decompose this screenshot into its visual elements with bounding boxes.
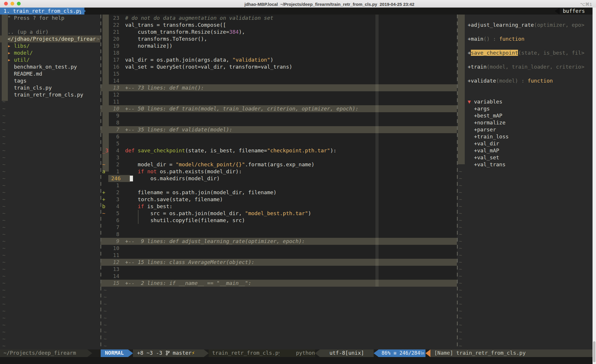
fold-line[interactable]: 13+-- 73 lines: def main(): (100, 84, 457, 91)
editor-line[interactable]: 14 (100, 273, 457, 280)
minimize-traffic-light-icon[interactable] (10, 2, 14, 6)
nerdtree-item[interactable]: .. (up a dir) (0, 28, 100, 35)
tagbar-tag[interactable]: +val_dir (457, 140, 593, 147)
tagbar-tag[interactable]: +val_trans (457, 161, 593, 168)
empty-line: ~ (0, 315, 100, 322)
tagbar-tag[interactable]: +validate(model) : function (457, 77, 593, 84)
editor-line[interactable]: 16val_set = QuerySet(root=val_dir, trans… (100, 63, 457, 70)
git-hunks: +8 ~3 -3 (137, 350, 166, 356)
tagbar-tag[interactable]: +train_loss (457, 133, 593, 140)
text-segment: ~ (2, 315, 6, 321)
command-line (0, 357, 596, 364)
editor-line[interactable]: 9 (100, 112, 457, 119)
editor-line[interactable]: 246 os.makedirs(model_dir) (100, 175, 457, 182)
editor-line[interactable]: 14 (100, 77, 457, 84)
tagbar-tag[interactable]: +val_set (457, 154, 593, 161)
fold-line[interactable]: 7+-- 35 lines: def validate(model): (100, 126, 457, 133)
editor-line[interactable]: 3 (100, 154, 457, 161)
nerdtree-item[interactable]: " Press ? for help (0, 15, 100, 22)
line-number: 14 (100, 77, 119, 84)
tagbar-kind-variables[interactable]: ▼ variables (457, 98, 593, 105)
text-segment: " Press ? for help (8, 15, 64, 21)
code-text: def save_checkpoint(state, is_best, file… (125, 147, 336, 154)
tab-train-retr-from-cls[interactable]: 1. train_retr_from_cls.py (0, 8, 84, 15)
editor-line[interactable]: 6 shutil.copyfile(filename, src) (100, 217, 457, 224)
window-scroll-thumb[interactable] (2, 15, 8, 101)
color-column-80 (375, 15, 379, 287)
nerdtree-item[interactable]: train_cls.py (0, 84, 100, 91)
tagbar-tag[interactable]: +val_mAP (457, 147, 593, 154)
nerdtree-item[interactable]: tags (0, 77, 100, 84)
text-segment: custom_transform.Resize(size= (125, 29, 229, 35)
tagbar-tag[interactable]: +adjust_learning_rate(optimizer, epo> (457, 22, 593, 28)
fold-line[interactable]: 12+-- 15 lines: class AverageMeter(objec… (100, 259, 457, 266)
editor-line[interactable]: 1 (100, 182, 457, 189)
nerdtree-item[interactable]: train_retr_from_cls.py (0, 91, 100, 98)
maximize-traffic-light-icon[interactable] (17, 2, 21, 6)
editor-line[interactable]: 23# do not do data augmentation on valid… (100, 15, 457, 22)
editor-line[interactable]: 7 (100, 224, 457, 231)
editor-line[interactable]: 15 (100, 70, 457, 77)
editor-line[interactable]: 6 (100, 133, 457, 140)
editor-line[interactable]: 5 src = os.path.join(model_dir, "model_b… (100, 210, 457, 217)
nerdtree-item[interactable]: ▸ util/ (0, 56, 100, 63)
editor-line[interactable]: 2 model_dir = "model/check_point/{}".for… (100, 161, 457, 168)
tagbar-tag[interactable]: +main() : function (457, 35, 593, 42)
nerdtree-item[interactable]: ▸ libs/ (0, 42, 100, 49)
text-segment: ~ (459, 224, 462, 231)
editor-line[interactable]: 8 (100, 231, 457, 238)
scrollbar-thumb[interactable] (593, 341, 595, 362)
text-segment: ~ (459, 308, 462, 315)
nerdtree-root-item[interactable]: </jdhao/Projects/deep_firear> (0, 35, 100, 42)
editor-line[interactable]: 17val_dir = os.path.join(args.data, "val… (100, 56, 457, 63)
gutter-sign: b (102, 203, 115, 210)
editor-line[interactable]: 10 (100, 245, 457, 252)
line-number: 7 (100, 224, 119, 231)
nerdtree-item[interactable]: ▸ model/ (0, 49, 100, 56)
git-branch-name: master (170, 350, 192, 356)
editor-line[interactable]: 2 filename = os.path.join(model_dir, fil… (100, 189, 457, 196)
nerdtree-item[interactable]: README.md (0, 70, 100, 77)
editor-line[interactable]: 19 normalize]) (100, 42, 457, 49)
empty-line: ~ (457, 329, 593, 336)
powerline-arrow-icon (87, 349, 92, 357)
editor-line[interactable]: 4 if is_best:b (100, 203, 457, 210)
code-text: custom_transform.Resize(size=384), (125, 28, 245, 35)
powerline-arrow-icon (128, 349, 133, 357)
editor-line[interactable]: 11 (100, 98, 457, 105)
line-position: 246/284 (399, 350, 420, 356)
nerdtree-item[interactable] (0, 22, 100, 28)
editor-line[interactable]: 5 (100, 140, 457, 147)
fold-line[interactable]: 15+-- 2 lines: if __name__ == "__main__"… (100, 280, 457, 287)
tagbar-tag[interactable]: +parser (457, 126, 593, 133)
editor-line[interactable]: 21 custom_transform.Resize(size=384), (100, 28, 457, 35)
fold-line[interactable]: 9+-- 9 lines: def adjust_learning_rate(o… (100, 238, 457, 245)
window-scroll-thumb[interactable] (458, 15, 465, 164)
empty-line: ~ (457, 336, 593, 342)
line-number: 6 (100, 133, 119, 140)
editor-line[interactable]: 11 (100, 252, 457, 259)
fold-line[interactable]: 10+-- 50 lines: def train(model, train_l… (100, 105, 457, 112)
text-segment: ~ (2, 287, 6, 293)
nerdtree-item[interactable]: benchmark_on_test.py (0, 63, 100, 70)
text-segment: "checkpoint.pth.tar" (267, 147, 330, 154)
editor-line[interactable]: 3 torch.save(state, filename)+ (100, 196, 457, 203)
editor-line[interactable]: 4def save_checkpoint(state, is_best, fil… (100, 147, 457, 154)
editor-line[interactable]: 8 (100, 119, 457, 126)
tagbar-tag[interactable]: +normalize (457, 119, 593, 126)
editor-line[interactable]: 18 (100, 49, 457, 56)
editor-line[interactable]: 20 transforms.ToTensor(), (100, 35, 457, 42)
tagbar-tag[interactable]: +args (457, 105, 593, 112)
editor-line[interactable]: 1 if not os.path.exists(model_dir):a (100, 168, 457, 175)
tagbar-tag[interactable]: +train(model, train_loader, criterio> (457, 63, 593, 70)
editor-window[interactable]: 23# do not do data augmentation on valid… (100, 15, 457, 349)
editor-line[interactable]: 12 (100, 91, 457, 98)
tagbar-tag[interactable]: +save_checkpoint(state, is_best, fil> (457, 49, 593, 56)
tagbar-tag[interactable]: +best_mAP (457, 112, 593, 119)
scrollbar-track[interactable] (593, 8, 596, 364)
editor-line[interactable]: 13 (100, 266, 457, 273)
editor-line[interactable]: 22val_trans = transforms.Compose([ (100, 22, 457, 28)
text-segment: ~ (459, 238, 462, 245)
close-traffic-light-icon[interactable] (4, 2, 8, 6)
text-segment: +main (468, 36, 483, 42)
